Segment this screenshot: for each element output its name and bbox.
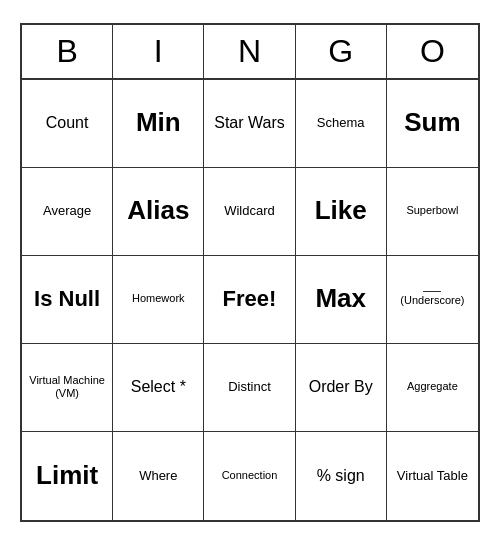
bingo-cell: Count [22, 80, 113, 168]
bingo-cell: Wildcard [204, 168, 295, 256]
bingo-cell: Average [22, 168, 113, 256]
cell-text: Limit [36, 460, 98, 491]
bingo-cell: Superbowl [387, 168, 478, 256]
cell-text: Aggregate [407, 380, 458, 393]
bingo-cell: Connection [204, 432, 295, 520]
bingo-card: BINGO CountMinStar WarsSchemaSumAverageA… [20, 23, 480, 522]
cell-text: Is Null [34, 286, 100, 312]
cell-text: Connection [222, 469, 278, 482]
header-letter: B [22, 25, 113, 78]
cell-text: Count [46, 113, 89, 132]
bingo-cell: Distinct [204, 344, 295, 432]
bingo-cell: Aggregate [387, 344, 478, 432]
bingo-cell: Order By [296, 344, 387, 432]
cell-text: Superbowl [406, 204, 458, 217]
cell-text: Min [136, 107, 181, 138]
bingo-cell: Virtual Machine (VM) [22, 344, 113, 432]
cell-text: Select * [131, 377, 186, 396]
header-letter: I [113, 25, 204, 78]
bingo-cell: Where [113, 432, 204, 520]
bingo-header: BINGO [22, 25, 478, 80]
bingo-cell: Free! [204, 256, 295, 344]
cell-text: Like [315, 195, 367, 226]
bingo-cell: Like [296, 168, 387, 256]
cell-text: Wildcard [224, 203, 275, 219]
cell-text: Order By [309, 377, 373, 396]
cell-text: Star Wars [214, 113, 285, 132]
cell-text: Homework [132, 292, 185, 305]
bingo-cell: % sign [296, 432, 387, 520]
cell-text: Max [315, 283, 366, 314]
bingo-cell: (Underscore) [387, 256, 478, 344]
header-letter: G [296, 25, 387, 78]
bingo-grid: CountMinStar WarsSchemaSumAverageAliasWi… [22, 80, 478, 520]
bingo-cell: Alias [113, 168, 204, 256]
bingo-cell: Virtual Table [387, 432, 478, 520]
cell-text: Virtual Machine (VM) [26, 374, 108, 400]
bingo-cell: Is Null [22, 256, 113, 344]
cell-text: Alias [127, 195, 189, 226]
cell-text: % sign [317, 466, 365, 485]
cell-text: Average [43, 203, 91, 219]
header-letter: N [204, 25, 295, 78]
cell-text: Virtual Table [397, 468, 468, 484]
cell-text: (Underscore) [400, 291, 464, 307]
bingo-cell: Schema [296, 80, 387, 168]
bingo-cell: Max [296, 256, 387, 344]
cell-text: Where [139, 468, 177, 484]
bingo-cell: Star Wars [204, 80, 295, 168]
cell-text: Schema [317, 115, 365, 131]
bingo-cell: Select * [113, 344, 204, 432]
cell-text: Free! [223, 286, 277, 312]
bingo-cell: Homework [113, 256, 204, 344]
bingo-cell: Min [113, 80, 204, 168]
cell-text: Distinct [228, 379, 271, 395]
cell-text: Sum [404, 107, 460, 138]
bingo-cell: Limit [22, 432, 113, 520]
bingo-cell: Sum [387, 80, 478, 168]
header-letter: O [387, 25, 478, 78]
